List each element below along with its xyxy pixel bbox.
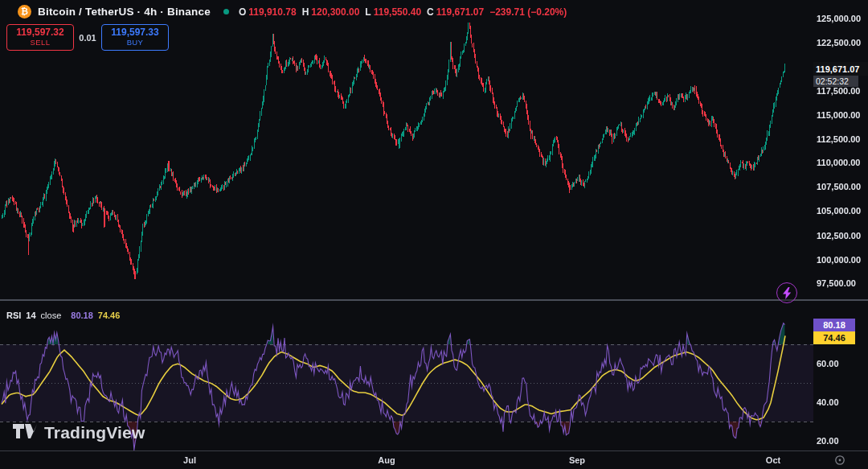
rsi-tick-label: 60.00 — [817, 359, 839, 368]
price-tick-label: 97,500.00 — [817, 278, 856, 288]
rsi-indicator-legend[interactable]: RSI 14 close 80.18 74.46 — [6, 311, 120, 320]
price-tick-label: 115,000.00 — [817, 110, 860, 120]
lightning-bolt-icon — [783, 287, 792, 299]
price-tick-label: 105,000.00 — [817, 206, 861, 216]
tradingview-mark-icon — [13, 424, 37, 442]
high-label: H — [302, 6, 309, 18]
time-axis[interactable]: JulAugSepOct — [0, 451, 868, 469]
price-tick-label: 125,000.00 — [817, 14, 861, 23]
close-label: C — [427, 6, 434, 18]
low-label: L — [365, 6, 371, 18]
bitcoin-icon: ₿ — [18, 5, 31, 19]
high-value: 120,300.00 — [311, 6, 359, 18]
open-value: 119,910.78 — [248, 6, 296, 18]
sell-label: SELL — [31, 39, 51, 47]
chart-header: ₿ Bitcoin / TetherUS · 4h · Binance O 11… — [18, 5, 567, 19]
time-axis-month-label: Oct — [766, 455, 780, 465]
price-tick-label: 117,500.00 — [817, 86, 860, 96]
rsi-tick-label: 20.00 — [817, 436, 839, 446]
rsi-axis-label: 80.18 — [813, 319, 855, 331]
open-label: O — [239, 6, 246, 18]
buy-button[interactable]: 119,597.33 BUY — [101, 24, 169, 51]
price-tick-label: 110,000.00 — [817, 158, 860, 167]
pane-divider[interactable] — [0, 299, 868, 301]
price-tick-label: 122,500.00 — [817, 38, 861, 47]
spread-value: 0.01 — [74, 33, 101, 43]
timezone-settings-icon[interactable] — [834, 455, 845, 466]
price-axis[interactable]: 20.0040.0060.0097,500.00100,000.00102,50… — [813, 0, 868, 451]
price-tick-label: 102,500.00 — [817, 231, 861, 241]
rsi-tick-label: 40.00 — [817, 397, 839, 407]
low-value: 119,550.40 — [374, 6, 421, 18]
rsi-length: 14 — [26, 311, 35, 320]
quick-trade-lightning-button[interactable] — [776, 282, 797, 303]
market-status-dot — [223, 9, 229, 14]
rsi-ma-value: 74.46 — [98, 311, 121, 320]
tradingview-logo-text: TradingView — [44, 423, 145, 442]
bar-countdown: 02:52:32 — [813, 76, 858, 87]
order-panel: 119,597.32 SELL 0.01 119,597.33 BUY — [6, 24, 169, 51]
rsi-source: close — [41, 311, 62, 320]
sell-button[interactable]: 119,597.32 SELL — [6, 24, 74, 51]
last-price-label: 119,671.07 — [813, 62, 868, 76]
time-axis-month-label: Jul — [183, 455, 196, 465]
chart-plot-area[interactable] — [0, 0, 813, 451]
tradingview-logo[interactable]: TradingView — [13, 423, 145, 442]
rsi-name: RSI — [6, 311, 21, 320]
close-value: 119,671.07 — [436, 6, 484, 18]
change-value: −239.71 (−0.20%) — [489, 6, 567, 18]
price-tick-label: 107,500.00 — [817, 182, 861, 191]
tradingview-chart-window: ₿ Bitcoin / TetherUS · 4h · Binance O 11… — [0, 0, 868, 469]
rsi-ma-axis-label: 74.46 — [813, 331, 855, 344]
time-axis-month-label: Sep — [569, 455, 585, 465]
buy-price: 119,597.33 — [111, 27, 158, 39]
symbol-title[interactable]: Bitcoin / TetherUS · 4h · Binance — [38, 6, 211, 18]
rsi-current-value: 80.18 — [71, 311, 93, 320]
ohlc-values: O 119,910.78 H 120,300.00 L 119,550.40 C… — [239, 6, 567, 18]
time-axis-month-label: Aug — [378, 455, 395, 465]
price-tick-label: 100,000.00 — [817, 255, 861, 265]
price-tick-label: 112,500.00 — [817, 134, 860, 144]
sell-price: 119,597.32 — [16, 27, 63, 39]
buy-label: BUY — [127, 39, 144, 47]
